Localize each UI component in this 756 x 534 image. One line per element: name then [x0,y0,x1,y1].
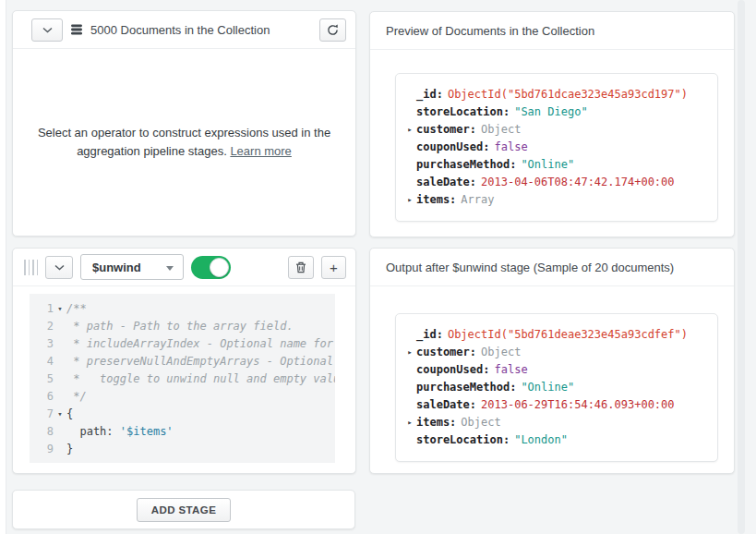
code-text: * path - Path to the array field. [66,318,294,335]
code-token-comment: * toggle to unwind null and empty values… [66,372,335,385]
code-token-plain: } [66,443,73,455]
stage-operator-select[interactable]: $unwind [80,254,184,280]
document-field: ▸customer:Object [403,121,710,139]
learn-more-link[interactable]: Learn more [230,144,291,158]
expand-arrow-placeholder [403,174,416,191]
line-number: 6 [35,388,54,406]
stage-operator-value: $unwind [92,261,141,274]
chevron-down-icon [42,27,53,33]
field-value: 2013-06-29T16:54:46.093+00:00 [481,396,675,414]
code-line: 7▾{ [35,406,335,423]
field-key: storeLocation: [416,103,510,121]
stage-code-editor[interactable]: 1▾/**2 * path - Path to the array field.… [30,294,335,463]
database-icon [70,23,83,36]
line-number: 8 [35,423,54,441]
fold-arrow-icon[interactable]: ▾ [54,300,66,318]
line-number: 9 [35,441,54,458]
refresh-icon [327,24,339,36]
fold-arrow-icon[interactable]: ▾ [54,406,66,423]
select-caret-icon [166,266,174,271]
line-number: 5 [35,370,54,388]
code-line: 5 * toggle to unwind null and empty valu… [35,370,335,388]
fold-placeholder [54,370,66,388]
field-value: Object [461,414,500,431]
document-field: storeLocation:"London" [403,431,710,449]
stage-header: $unwind + [13,249,355,286]
fold-placeholder [54,388,66,406]
code-text: { [66,406,73,423]
collection-count-label: 5000 Documents in the Collection [90,23,270,37]
toggle-knob [210,258,229,277]
add-stage-button[interactable]: ADD STAGE [137,498,231,522]
output-panel-title: Output after $unwind stage (Sample of 20… [386,261,674,274]
trash-icon [295,261,306,273]
document-field: storeLocation:"San Diego" [403,103,710,121]
preview-panel-title: Preview of Documents in the Collection [386,24,594,38]
scrollbar-track[interactable] [738,0,745,534]
code-token-comment: * preserveNullAndEmptyArrays - Optional [66,355,333,368]
code-text: path: '$items' [66,423,174,441]
line-number: 7 [35,406,54,423]
expand-arrow-placeholder [403,361,416,379]
field-value: 2013-04-06T08:47:42.174+00:00 [481,174,675,191]
line-number: 3 [35,335,54,353]
expand-arrow-icon[interactable]: ▸ [403,191,416,209]
stage-enabled-toggle[interactable] [191,256,231,279]
collapse-collection-button[interactable] [31,18,63,42]
field-value: false [494,139,527,156]
field-key: customer: [416,344,476,361]
field-key: purchaseMethod: [416,156,516,174]
document-field: couponUsed:false [403,361,710,379]
collapse-stage-button[interactable] [45,256,73,279]
expand-arrow-placeholder [403,379,416,396]
document-field: ▸items:Array [403,191,710,209]
empty-pipeline-message: Select an operator to construct expressi… [13,49,355,236]
stage-card: $unwind + 1▾/**2 * path - Path to the ar… [12,248,356,474]
delete-stage-button[interactable] [288,256,314,279]
preview-panel-header: Preview of Documents in the Collection [370,12,734,50]
field-value: Object [481,344,521,361]
field-value: ObjectId("5bd761deae323e45a93cdfef") [448,326,688,344]
drag-handle-icon[interactable] [24,260,38,275]
field-value: Object [481,121,521,139]
field-value: ObjectId("5bd761dcae323e45a93cd197") [448,86,688,103]
code-text: * preserveNullAndEmptyArrays - Optional [66,353,333,370]
field-key: couponUsed: [416,139,489,156]
fold-placeholder [54,441,66,458]
add-stage-after-button[interactable]: + [321,256,346,279]
document-field: ▸customer:Object [403,344,710,361]
collection-bar: 5000 Documents in the Collection [13,11,355,49]
document-field: couponUsed:false [403,139,710,156]
code-line: 9} [35,441,335,458]
code-token-comment: */ [66,390,87,403]
fold-placeholder [54,318,66,335]
collection-card: 5000 Documents in the Collection Select … [12,10,356,237]
expand-arrow-placeholder [403,431,416,449]
code-token-comment: /** [66,302,87,315]
fold-placeholder [54,335,66,353]
chevron-down-icon [54,264,65,271]
code-token-comment: * path - Path to the array field. [66,320,294,333]
expand-arrow-icon[interactable]: ▸ [403,344,416,361]
field-value: "San Diego" [514,103,587,121]
code-token-string: '$items' [120,425,174,438]
field-key: _id: [416,326,443,344]
expand-arrow-placeholder [403,156,416,174]
refresh-button[interactable] [319,18,346,42]
document-field: purchaseMethod:"Online" [403,379,710,396]
code-token-plain: { [66,407,73,420]
output-panel: Output after $unwind stage (Sample of 20… [369,248,735,474]
sidebar-edge [0,0,6,534]
field-key: _id: [416,86,443,103]
code-text: } [66,441,73,458]
code-line: 8 path: '$items' [35,423,335,441]
document-field: _id:ObjectId("5bd761dcae323e45a93cd197") [403,86,710,103]
expand-arrow-icon[interactable]: ▸ [403,414,416,431]
expand-arrow-icon[interactable]: ▸ [403,121,416,139]
expand-arrow-placeholder [403,396,416,414]
code-token-plain: path: [66,425,120,438]
fold-placeholder [54,353,66,370]
field-value: Array [461,191,494,209]
code-text: * includeArrayIndex - Optional name for … [66,335,335,353]
field-key: storeLocation: [416,431,510,449]
